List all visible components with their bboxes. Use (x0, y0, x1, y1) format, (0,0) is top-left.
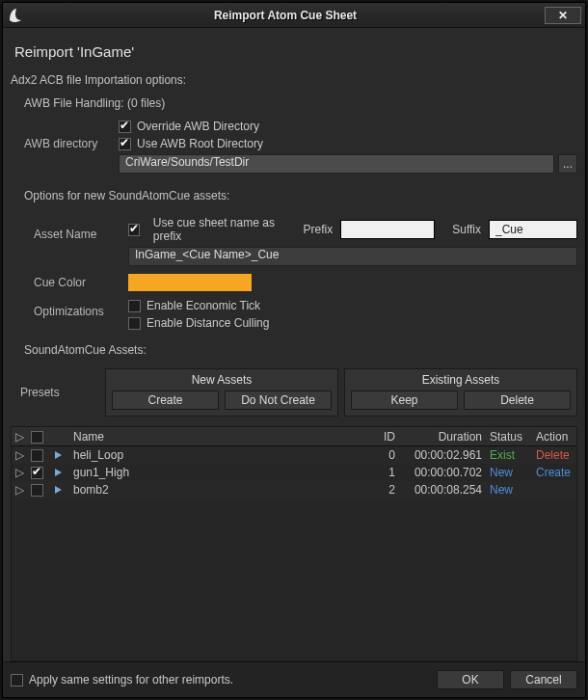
prefix-input[interactable] (340, 220, 435, 239)
window-title: Reimport Atom Cue Sheet (26, 9, 545, 22)
use-cue-sheet-prefix-checkbox[interactable] (128, 224, 140, 236)
col-name[interactable]: Name (69, 430, 364, 444)
col-status[interactable]: Status (486, 430, 532, 444)
titlebar: Reimport Atom Cue Sheet ✕ (3, 3, 585, 28)
use-awb-root-label: Use AWB Root Directory (137, 137, 263, 150)
app-logo-icon (7, 6, 26, 25)
row-action: Delete (532, 448, 576, 462)
ok-button[interactable]: OK (437, 670, 504, 689)
suffix-label: Suffix (452, 223, 481, 236)
apply-same-settings-checkbox[interactable] (11, 674, 23, 687)
row-checkbox[interactable] (31, 449, 43, 462)
awb-directory-label: AWB directory (24, 116, 119, 150)
new-cue-options-label: Options for new SoundAtomCue assets: (11, 189, 577, 202)
enable-economic-tick-checkbox[interactable] (128, 300, 141, 312)
row-expand-toggle[interactable]: ▷ (12, 448, 27, 462)
apply-same-settings-label: Apply same settings for other reimports. (29, 673, 233, 687)
preset-keep-button[interactable]: Keep (351, 390, 458, 410)
new-assets-group: New Assets Create Do Not Create (105, 368, 338, 417)
existing-assets-group: Existing Assets Keep Delete (344, 368, 577, 417)
row-duration: 00:00:08.254 (399, 483, 486, 497)
override-awb-label: Override AWB Directory (137, 120, 259, 133)
row-duration: 00:00:00.702 (399, 466, 486, 479)
col-duration[interactable]: Duration (399, 430, 486, 444)
col-id[interactable]: ID (364, 430, 399, 444)
expand-all-toggle[interactable]: ▷ (12, 430, 27, 444)
row-status: Exist (486, 448, 532, 462)
select-all-checkbox[interactable] (31, 431, 43, 444)
row-status: New (486, 466, 532, 479)
import-options-label: Adx2 ACB file Importation options: (11, 73, 577, 87)
presets-label: Presets (11, 368, 105, 417)
enable-distance-culling-label: Enable Distance Culling (147, 316, 269, 330)
row-expand-toggle[interactable]: ▷ (12, 483, 27, 497)
row-action: Create (532, 466, 576, 479)
row-id: 2 (364, 483, 399, 497)
content: Reimport 'InGame' Adx2 ACB file Importat… (3, 28, 585, 661)
row-status: New (486, 483, 532, 497)
enable-economic-tick-label: Enable Economic Tick (147, 299, 260, 312)
cancel-button[interactable]: Cancel (510, 670, 577, 689)
asset-name-label: Asset Name (34, 212, 128, 241)
play-icon[interactable] (46, 483, 69, 497)
table-row[interactable]: ▷heli_Loop000:00:02.961ExistDelete (12, 446, 576, 464)
preset-do-not-create-button[interactable]: Do Not Create (225, 390, 332, 410)
col-action[interactable]: Action (532, 430, 576, 444)
asset-name-preview: InGame_<Cue Name>_Cue (128, 247, 577, 266)
table-row[interactable]: ▷bomb2200:00:08.254New (12, 481, 576, 498)
dialog-window: Reimport Atom Cue Sheet ✕ Reimport 'InGa… (2, 2, 586, 698)
preset-delete-button[interactable]: Delete (464, 390, 571, 410)
row-id: 1 (364, 466, 399, 479)
play-icon[interactable] (46, 448, 69, 462)
preset-create-button[interactable]: Create (112, 390, 219, 410)
table-header: ▷ Name ID Duration Status Action (12, 427, 576, 446)
enable-distance-culling-checkbox[interactable] (128, 317, 141, 330)
cue-color-swatch[interactable] (128, 274, 252, 291)
row-checkbox[interactable] (31, 484, 43, 497)
table-row[interactable]: ▷gun1_High100:00:00.702NewCreate (12, 464, 576, 481)
cue-table: ▷ Name ID Duration Status Action ▷heli_L… (11, 426, 577, 661)
row-id: 0 (364, 448, 399, 462)
row-expand-toggle[interactable]: ▷ (12, 466, 27, 479)
optimizations-label: Optimizations (34, 295, 128, 318)
row-name: gun1_High (69, 466, 364, 479)
soundatomcue-assets-label: SoundAtomCue Assets: (11, 343, 577, 357)
override-awb-checkbox[interactable] (119, 121, 131, 133)
row-name: heli_Loop (69, 448, 364, 462)
row-name: bomb2 (69, 483, 364, 497)
close-button[interactable]: ✕ (545, 7, 581, 24)
use-cue-sheet-prefix-label: Use cue sheet name as prefix (153, 216, 290, 243)
row-checkbox[interactable] (31, 467, 43, 479)
awb-handling-label: AWB File Handling: (0 files) (24, 96, 577, 110)
page-title: Reimport 'InGame' (11, 38, 577, 69)
browse-button[interactable]: ... (558, 154, 577, 174)
cue-color-label: Cue Color (34, 276, 128, 289)
prefix-label: Prefix (304, 223, 334, 236)
new-assets-title: New Assets (112, 373, 332, 387)
table-body: ▷heli_Loop000:00:02.961ExistDelete▷gun1_… (12, 446, 576, 498)
play-icon[interactable] (46, 466, 69, 479)
existing-assets-title: Existing Assets (351, 373, 571, 387)
suffix-input[interactable] (489, 220, 577, 239)
row-duration: 00:00:02.961 (399, 448, 486, 462)
footer: Apply same settings for other reimports.… (3, 661, 585, 697)
use-awb-root-checkbox[interactable] (119, 138, 131, 150)
awb-path-input[interactable]: CriWare/Sounds/TestDir (119, 154, 554, 174)
